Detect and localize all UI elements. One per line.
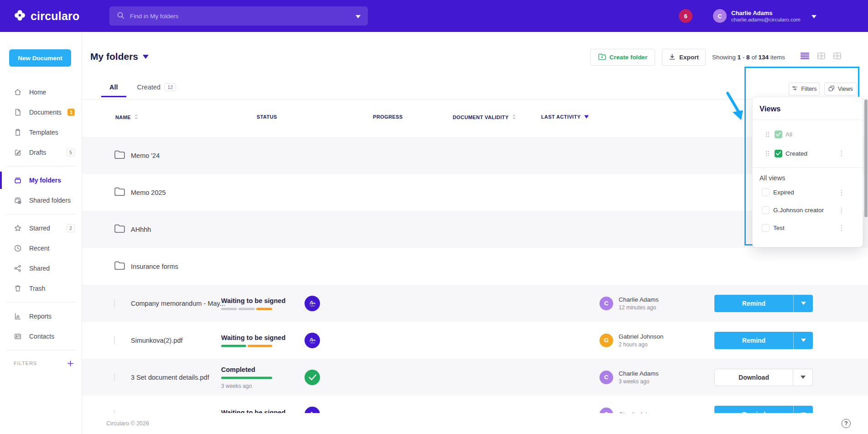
download-icon [669, 53, 676, 62]
all-views-label: All views [753, 168, 863, 183]
sidebar-item-home[interactable]: Home [0, 82, 82, 102]
search-input[interactable] [130, 13, 356, 20]
kebab-menu-icon[interactable] [841, 225, 842, 231]
folder-icon [114, 187, 125, 198]
clock-icon [14, 244, 22, 252]
sidebar-item-shared[interactable]: Shared [0, 258, 82, 278]
sidebar-item-trash[interactable]: Trash [0, 278, 82, 298]
column-header-last-activity[interactable]: LAST ACTIVITY [541, 114, 589, 120]
user-menu[interactable]: C Charlie Adams charlie.adams@circularo.… [713, 9, 816, 23]
vertical-scrollbar[interactable] [864, 99, 868, 217]
action-dropdown-caret-icon[interactable] [793, 369, 812, 386]
add-filter-plus-icon[interactable] [67, 360, 74, 367]
view-checkbox-unchecked[interactable] [762, 206, 770, 214]
sidebar-item-templates[interactable]: Templates [0, 122, 82, 142]
row-name[interactable]: 3 Set document details.pdf [131, 374, 209, 381]
trash-icon [14, 284, 22, 293]
kebab-menu-icon[interactable] [841, 150, 842, 157]
sidebar-item-starred[interactable]: Starred 2 [0, 218, 82, 238]
filters-section-label: FILTERS [14, 361, 37, 366]
filter-icon [791, 85, 798, 93]
sidebar-item-my-folders[interactable]: My folders [0, 170, 82, 190]
user-name: Charlie Adams [731, 10, 801, 16]
user-email: charlie.adams@circularo.com [731, 16, 801, 23]
sidebar-divider [6, 302, 76, 303]
download-button[interactable]: Download [715, 369, 793, 386]
new-document-button[interactable]: New Document [9, 49, 71, 67]
sidebar-divider [6, 214, 76, 214]
tab-all[interactable]: All [109, 84, 118, 97]
drag-handle-icon[interactable] [765, 151, 770, 157]
export-button[interactable]: Export [662, 49, 706, 66]
view-checkbox-checked[interactable] [775, 150, 782, 157]
search-icon [117, 11, 124, 21]
user-menu-caret-icon[interactable] [811, 12, 816, 20]
notifications-badge[interactable]: 6 [679, 9, 692, 23]
row-name[interactable]: AHhhh [131, 226, 151, 233]
view-item-expired[interactable]: Expired [753, 183, 863, 201]
view-item-created[interactable]: Created [753, 144, 863, 163]
views-button[interactable]: Views [824, 83, 857, 95]
column-header-document-validity[interactable]: DOCUMENT VALIDITY [453, 114, 516, 120]
app-logo[interactable]: circularo [14, 0, 79, 32]
action-dropdown-caret-icon[interactable] [794, 295, 813, 312]
sort-icon[interactable] [134, 114, 138, 120]
list-view-icon[interactable] [801, 52, 809, 59]
title-caret-icon [143, 52, 149, 61]
actor-avatar: G [599, 334, 613, 347]
view-item-test[interactable]: Test [753, 219, 863, 237]
drag-handle-icon[interactable] [765, 131, 770, 137]
global-search[interactable] [109, 6, 368, 26]
row-name[interactable]: Memo '24 [131, 152, 160, 159]
remind-button[interactable]: Remind [714, 295, 793, 312]
tab-count-badge: 12 [164, 83, 176, 91]
sidebar-item-shared-folders[interactable]: Shared folders [0, 190, 82, 210]
view-mode-toggle [801, 52, 841, 59]
kebab-menu-icon[interactable] [841, 189, 842, 196]
tabs: All Created 12 [109, 83, 176, 98]
row-name[interactable]: Simunkova(2).pdf [131, 337, 183, 344]
reports-icon [14, 312, 22, 320]
column-header-name[interactable]: NAME [115, 114, 138, 120]
column-header-progress[interactable]: PROGRESS [373, 114, 403, 120]
view-label: Test [773, 225, 785, 231]
table-row-document[interactable]: 3 Set document details.pdf Completed 3 w… [82, 359, 868, 396]
action-dropdown-caret-icon[interactable] [794, 332, 813, 349]
main-content: My folders Create folder Export Showing … [82, 32, 868, 434]
table-row-document[interactable]: Simunkova(2).pdf Waiting to be signed G … [82, 322, 868, 359]
copyright-text: Circularo © 2026 [106, 420, 149, 427]
table-row-document[interactable]: Company memorandum - May... Waiting to b… [82, 285, 868, 322]
remind-button[interactable]: Remind [714, 332, 793, 349]
page-title[interactable]: My folders [90, 51, 149, 62]
sidebar-item-documents[interactable]: Documents 1 [0, 102, 82, 122]
grid-view-icon[interactable] [833, 52, 841, 59]
sidebar-item-reports[interactable]: Reports [0, 306, 82, 326]
my-folders-icon [14, 176, 22, 184]
table-row-folder[interactable]: Insurance forms [82, 248, 868, 285]
help-icon[interactable]: ? [842, 419, 851, 428]
table-view-icon[interactable] [817, 52, 825, 59]
row-name[interactable]: Company memorandum - May... [131, 300, 225, 307]
sidebar-item-contacts[interactable]: Contacts [0, 326, 82, 346]
sidebar-item-drafts[interactable]: Drafts 5 [0, 142, 82, 162]
view-checkbox-checked[interactable] [775, 131, 782, 138]
sort-icon[interactable] [512, 114, 516, 120]
filters-button[interactable]: Filters [789, 83, 820, 95]
search-scope-caret-icon[interactable] [356, 12, 361, 20]
view-item-all[interactable]: All [753, 125, 863, 144]
view-checkbox-unchecked[interactable] [762, 188, 770, 196]
row-name[interactable]: Insurance forms [131, 263, 178, 270]
view-item-g-johnson-creator[interactable]: G.Johnson creator [753, 201, 863, 219]
sidebar-divider [6, 350, 76, 350]
sort-desc-icon[interactable] [584, 114, 589, 120]
brand-name: circularo [31, 10, 79, 23]
kebab-menu-icon[interactable] [841, 207, 842, 214]
sidebar-item-recent[interactable]: Recent [0, 238, 82, 258]
status-cell: Waiting to be signed [221, 334, 280, 347]
home-icon [14, 88, 22, 96]
tab-created[interactable]: Created 12 [137, 83, 176, 98]
row-name[interactable]: Memo 2025 [131, 189, 166, 196]
create-folder-button[interactable]: Create folder [590, 49, 655, 66]
view-checkbox-unchecked[interactable] [762, 224, 770, 232]
column-header-status[interactable]: STATUS [257, 114, 277, 120]
